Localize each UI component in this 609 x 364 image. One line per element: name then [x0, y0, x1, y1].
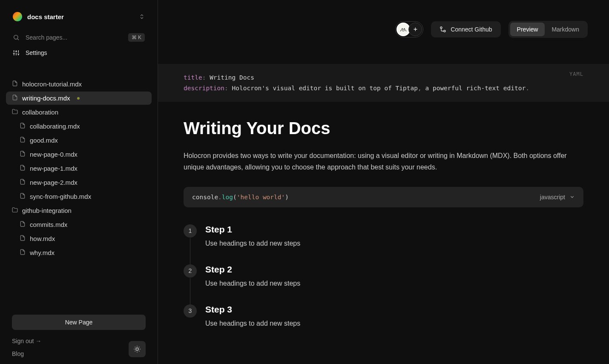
theme-toggle-button[interactable] [129, 341, 146, 357]
chevron-down-icon [569, 194, 575, 200]
main-editor: + Connect Github Preview Markdown YAML t… [158, 0, 609, 364]
tree-item[interactable]: how.mdx [6, 232, 152, 245]
tree-item-label: new-page-1.mdx [30, 165, 78, 172]
tree-item[interactable]: commits.mdx [6, 218, 152, 231]
sidebar: docs starter Search pages... ⌘ K Setting… [0, 0, 158, 364]
file-icon [20, 165, 26, 172]
page-intro: Holocron provides two ways to write your… [184, 150, 583, 173]
tree-item-label: why.mdx [30, 249, 55, 256]
file-icon [20, 151, 26, 158]
step-title: Step 2 [205, 264, 300, 275]
file-icon [20, 179, 26, 186]
preview-tab[interactable]: Preview [510, 23, 545, 36]
settings-label: Settings [26, 49, 47, 56]
code-string: 'hello world' [237, 194, 285, 201]
tree-item[interactable]: github-integration [6, 204, 152, 217]
tree-item-label: collaborating.mdx [30, 123, 80, 130]
file-icon [12, 80, 18, 88]
svg-point-0 [14, 35, 18, 39]
svg-line-14 [135, 347, 135, 347]
sign-out-link[interactable]: Sign out → [12, 338, 41, 344]
language-select[interactable]: javascript [540, 194, 575, 201]
tree-item[interactable]: good.mdx [6, 134, 152, 147]
svg-point-21 [404, 29, 405, 29]
tree-item[interactable]: collaborating.mdx [6, 120, 152, 133]
frontmatter-block[interactable]: YAML title: Writing Docs description: Ho… [158, 64, 609, 102]
tree-item[interactable]: collaboration [6, 106, 152, 119]
tree-item-label: writing-docs.mdx [22, 95, 70, 102]
tree-item[interactable]: new-page-1.mdx [6, 162, 152, 175]
tree-item-label: commits.mdx [30, 221, 67, 228]
steps-list: 1Step 1Use headings to add new steps2Ste… [184, 224, 583, 344]
tree-item-label: collaboration [22, 109, 58, 116]
tree-item-label: new-page-2.mdx [30, 179, 78, 186]
settings-link[interactable]: Settings [0, 45, 158, 60]
search-placeholder: Search pages... [26, 34, 67, 41]
code-method: log [222, 194, 233, 201]
plus-icon: + [414, 26, 417, 33]
step-number: 2 [184, 264, 197, 278]
tree-item[interactable]: sync-from-github.mdx [6, 190, 152, 203]
step-description: Use headings to add new steps [205, 320, 300, 327]
file-icon [20, 249, 26, 256]
file-icon [20, 123, 26, 130]
new-page-button[interactable]: New Page [12, 315, 146, 330]
step-number: 1 [184, 224, 197, 238]
sun-icon [133, 345, 141, 353]
fm-desc-val-1: Holocron's visual editor is built on top… [232, 85, 418, 92]
connect-github-button[interactable]: Connect Github [431, 21, 500, 37]
tree-item[interactable]: writing-docs.mdx [6, 92, 152, 105]
step-title: Step 1 [205, 224, 300, 235]
svg-line-19 [139, 347, 139, 347]
step-connector [190, 278, 190, 304]
yaml-badge: YAML [569, 70, 583, 78]
modified-indicator [77, 97, 80, 100]
tree-item[interactable]: why.mdx [6, 246, 152, 259]
markdown-tab[interactable]: Markdown [545, 23, 586, 36]
svg-line-1 [17, 39, 19, 40]
workspace-logo [13, 12, 22, 21]
tree-item-label: sync-from-github.mdx [30, 193, 91, 200]
view-toggle: Preview Markdown [508, 21, 588, 38]
fm-title-val: Writing Docs [210, 74, 254, 81]
user-face-icon [399, 25, 408, 34]
tree-item[interactable]: new-page-0.mdx [6, 148, 152, 161]
code-block[interactable]: console.log('hello world') javascript [184, 187, 583, 207]
workspace-name: docs starter [27, 13, 64, 20]
fm-desc-val-2: a powerful rich-text editor [425, 85, 526, 92]
collaborators: + [395, 21, 423, 37]
svg-line-18 [135, 351, 135, 351]
step-title: Step 3 [205, 304, 300, 315]
tree-item[interactable]: new-page-2.mdx [6, 176, 152, 189]
svg-line-15 [139, 351, 139, 351]
tree-item-label: holocron-tutorial.mdx [22, 80, 82, 88]
step-content: Step 3Use headings to add new steps [205, 304, 300, 327]
page-content[interactable]: Writing Your Docs Holocron provides two … [158, 102, 609, 361]
folder-icon [12, 109, 18, 116]
file-icon [20, 221, 26, 228]
svg-point-11 [136, 348, 138, 350]
step-description: Use headings to add new steps [205, 280, 300, 287]
step-description: Use headings to add new steps [205, 240, 300, 247]
step: 2Step 2Use headings to add new steps [184, 264, 583, 304]
tree-item-label: new-page-0.mdx [30, 151, 78, 158]
svg-point-23 [444, 30, 445, 32]
file-icon [12, 95, 18, 102]
git-branch-icon [440, 26, 446, 33]
tree-item-label: good.mdx [30, 137, 58, 144]
chevron-updown-icon [139, 14, 145, 20]
top-toolbar: + Connect Github Preview Markdown [158, 0, 609, 47]
svg-point-20 [402, 29, 403, 29]
file-tree: holocron-tutorial.mdxwriting-docs.mdxcol… [0, 77, 158, 315]
language-label: javascript [540, 194, 565, 201]
add-collaborator-button[interactable]: + [408, 23, 422, 36]
blog-link[interactable]: Blog [12, 350, 41, 357]
workspace-switcher[interactable]: docs starter [0, 7, 158, 30]
step-content: Step 1Use headings to add new steps [205, 224, 300, 247]
tree-item[interactable]: holocron-tutorial.mdx [6, 77, 152, 91]
fm-title-key: title [184, 74, 202, 81]
search-shortcut: ⌘ K [128, 33, 145, 42]
search-trigger[interactable]: Search pages... ⌘ K [0, 30, 158, 45]
page-title: Writing Your Docs [184, 119, 583, 138]
search-icon [13, 34, 20, 41]
